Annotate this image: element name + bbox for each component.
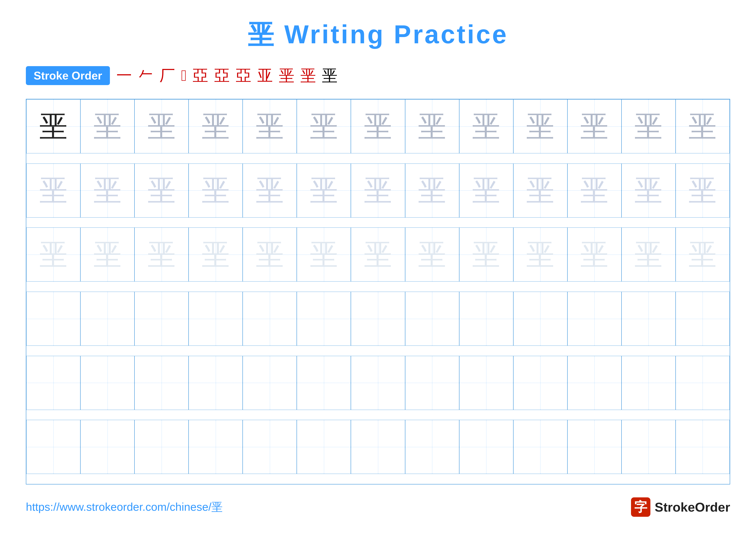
- grid-cell[interactable]: 垩: [351, 164, 405, 217]
- grid-cell[interactable]: [351, 356, 405, 410]
- grid-cell[interactable]: 垩: [80, 99, 134, 153]
- grid-cell[interactable]: 垩: [676, 164, 730, 217]
- grid-cell[interactable]: 垩: [26, 99, 80, 153]
- cell-character: 垩: [688, 108, 716, 145]
- grid-cell[interactable]: [676, 356, 730, 410]
- stroke-order-row: Stroke Order 一 𠂉 厂 𠂇 亞 亞 亞 亚 垩 垩 垩: [26, 65, 730, 86]
- grid-cell[interactable]: [26, 420, 80, 474]
- stroke-step-9: 垩: [279, 65, 294, 86]
- grid-cell[interactable]: [243, 420, 297, 474]
- grid-cell[interactable]: 垩: [513, 227, 567, 282]
- grid-cell[interactable]: [26, 356, 80, 410]
- grid-cell[interactable]: 垩: [134, 227, 189, 282]
- grid-cell[interactable]: [189, 420, 243, 474]
- cell-character: 垩: [580, 171, 608, 209]
- grid-cell[interactable]: [405, 420, 459, 474]
- grid-cell[interactable]: 垩: [622, 164, 676, 217]
- grid-cell[interactable]: 垩: [459, 99, 513, 153]
- grid-cell[interactable]: [189, 356, 243, 410]
- stroke-step-5: 亞: [193, 65, 208, 86]
- grid-cell[interactable]: [676, 292, 730, 346]
- cell-character: 垩: [256, 108, 284, 145]
- cell-character: 垩: [148, 108, 176, 145]
- grid-cell[interactable]: [513, 420, 567, 474]
- grid-cell[interactable]: [567, 356, 622, 410]
- cell-character: 垩: [256, 236, 284, 273]
- grid-cell[interactable]: 垩: [459, 227, 513, 282]
- grid-cell[interactable]: 垩: [459, 164, 513, 217]
- cell-character: 垩: [418, 108, 446, 145]
- grid-cell[interactable]: [243, 356, 297, 410]
- grid-cell[interactable]: 垩: [80, 227, 134, 282]
- grid-cell[interactable]: 垩: [26, 164, 80, 217]
- grid-cell[interactable]: 垩: [134, 164, 189, 217]
- stroke-order-badge: Stroke Order: [26, 66, 110, 85]
- grid-cell[interactable]: [459, 292, 513, 346]
- grid-cell[interactable]: 垩: [513, 99, 567, 153]
- grid-cell[interactable]: [567, 420, 622, 474]
- grid-cell[interactable]: [622, 420, 676, 474]
- grid-cell[interactable]: [297, 292, 351, 346]
- grid-cell[interactable]: [459, 420, 513, 474]
- grid-cell[interactable]: 垩: [297, 99, 351, 153]
- footer: https://www.strokeorder.com/chinese/垩 字 …: [26, 497, 730, 517]
- grid-cell[interactable]: 垩: [134, 99, 189, 153]
- grid-cell[interactable]: [567, 292, 622, 346]
- grid-cell[interactable]: [622, 292, 676, 346]
- grid-cell[interactable]: [134, 420, 189, 474]
- cell-character: 垩: [526, 108, 554, 145]
- grid-cell[interactable]: 垩: [351, 99, 405, 153]
- grid-cell[interactable]: [134, 356, 189, 410]
- grid-cell[interactable]: 垩: [243, 164, 297, 217]
- cell-character: 垩: [418, 171, 446, 209]
- footer-brand: 字 StrokeOrder: [631, 497, 730, 517]
- grid-cell[interactable]: 垩: [189, 164, 243, 217]
- grid-cell[interactable]: 垩: [567, 227, 622, 282]
- grid-cell[interactable]: [351, 292, 405, 346]
- grid-cell[interactable]: [513, 356, 567, 410]
- grid-cell[interactable]: [676, 420, 730, 474]
- grid-cell[interactable]: [80, 356, 134, 410]
- grid-cell[interactable]: 垩: [297, 164, 351, 217]
- grid-cell[interactable]: 垩: [243, 227, 297, 282]
- grid-cell[interactable]: 垩: [622, 227, 676, 282]
- stroke-step-11: 垩: [322, 65, 338, 86]
- grid-cell[interactable]: [134, 292, 189, 346]
- grid-cell[interactable]: [189, 292, 243, 346]
- grid-cell[interactable]: [405, 292, 459, 346]
- grid-cell[interactable]: [405, 356, 459, 410]
- grid-cell[interactable]: [622, 356, 676, 410]
- grid-cell[interactable]: 垩: [676, 99, 730, 153]
- practice-grid: 垩垩垩垩垩垩垩垩垩垩垩垩垩垩垩垩垩垩垩垩垩垩垩垩垩垩垩垩垩垩垩垩垩垩垩垩垩垩垩: [26, 99, 730, 484]
- grid-cell[interactable]: [297, 356, 351, 410]
- grid-cell[interactable]: 垩: [297, 227, 351, 282]
- grid-cell[interactable]: 垩: [351, 227, 405, 282]
- grid-cell[interactable]: [297, 420, 351, 474]
- cell-character: 垩: [364, 236, 392, 273]
- grid-cell[interactable]: [243, 292, 297, 346]
- footer-url[interactable]: https://www.strokeorder.com/chinese/垩: [26, 499, 223, 515]
- grid-cell[interactable]: 垩: [405, 99, 459, 153]
- grid-cell[interactable]: 垩: [567, 99, 622, 153]
- grid-cell[interactable]: [26, 292, 80, 346]
- grid-cell[interactable]: [80, 420, 134, 474]
- grid-cell[interactable]: 垩: [26, 227, 80, 282]
- brand-icon: 字: [631, 497, 650, 517]
- grid-cell[interactable]: 垩: [622, 99, 676, 153]
- grid-cell[interactable]: 垩: [189, 99, 243, 153]
- grid-cell[interactable]: 垩: [80, 164, 134, 217]
- grid-cell[interactable]: 垩: [405, 227, 459, 282]
- grid-cell[interactable]: 垩: [405, 164, 459, 217]
- grid-cell[interactable]: 垩: [567, 164, 622, 217]
- grid-cell[interactable]: [351, 420, 405, 474]
- grid-cell[interactable]: 垩: [189, 227, 243, 282]
- grid-cell[interactable]: 垩: [513, 164, 567, 217]
- grid-cell[interactable]: 垩: [676, 227, 730, 282]
- grid-cell[interactable]: 垩: [243, 99, 297, 153]
- grid-cell[interactable]: [459, 356, 513, 410]
- grid-cell[interactable]: [513, 292, 567, 346]
- grid-cell[interactable]: [80, 292, 134, 346]
- cell-character: 垩: [40, 108, 68, 145]
- cell-character: 垩: [634, 171, 662, 209]
- stroke-step-10: 垩: [300, 65, 316, 86]
